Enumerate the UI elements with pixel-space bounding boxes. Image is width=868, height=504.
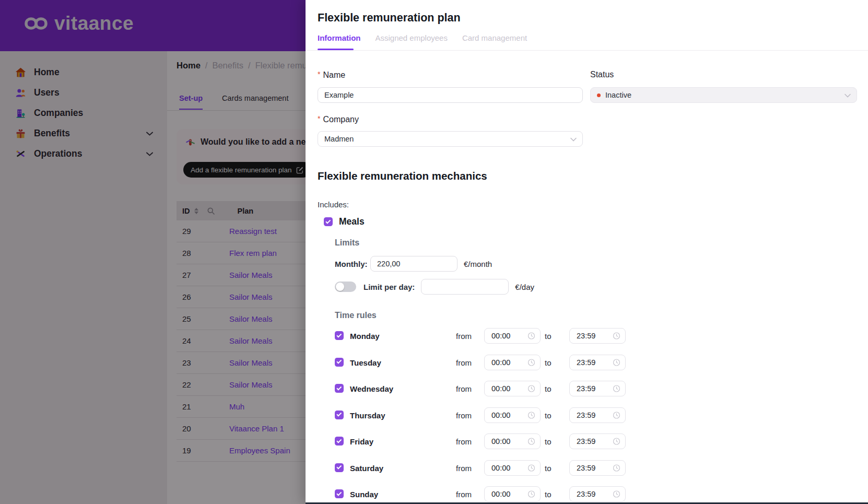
tab-information[interactable]: Information — [318, 33, 361, 42]
from-label: from — [456, 411, 472, 419]
clock-icon — [613, 438, 620, 446]
monthly-label: Monthly: — [335, 260, 370, 268]
check-icon — [325, 218, 330, 223]
clock-icon — [527, 438, 535, 446]
status-label: Status — [590, 70, 614, 79]
time-to-field[interactable] — [569, 460, 626, 476]
from-label: from — [456, 332, 472, 341]
from-label: from — [456, 384, 472, 393]
time-from-field[interactable] — [484, 355, 541, 370]
per-day-limit-input[interactable] — [428, 283, 502, 291]
time-to-input[interactable] — [577, 332, 611, 340]
time-to-input[interactable] — [577, 437, 611, 446]
company-label: Company — [318, 114, 359, 124]
time-rule-row: Thursdayfromto — [335, 407, 638, 423]
time-from-field[interactable] — [484, 381, 541, 396]
check-icon — [336, 385, 341, 390]
time-from-field[interactable] — [484, 433, 541, 449]
day-label: Saturday — [350, 463, 383, 472]
monthly-unit-label: €/month — [464, 260, 492, 268]
meals-checkbox[interactable] — [324, 217, 333, 226]
day-checkbox[interactable] — [335, 437, 344, 446]
time-from-input[interactable] — [491, 358, 525, 367]
per-day-limit-row: Limit per day: €/day — [335, 279, 534, 295]
time-from-input[interactable] — [491, 490, 525, 498]
to-label: to — [545, 490, 552, 499]
per-day-toggle[interactable] — [335, 282, 356, 292]
day-checkbox[interactable] — [335, 411, 344, 419]
day-checkbox[interactable] — [335, 384, 344, 393]
time-from-input[interactable] — [491, 332, 525, 340]
time-from-input[interactable] — [491, 384, 525, 393]
day-checkbox[interactable] — [335, 331, 344, 340]
monthly-limit-field[interactable] — [370, 256, 458, 272]
day-checkbox[interactable] — [335, 489, 344, 498]
clock-icon — [527, 332, 535, 340]
time-from-field[interactable] — [484, 460, 541, 476]
clock-icon — [527, 464, 535, 472]
time-to-input[interactable] — [577, 464, 611, 472]
day-checkbox[interactable] — [335, 358, 344, 367]
status-value: Inactive — [605, 91, 631, 99]
day-label: Sunday — [350, 490, 378, 499]
meals-label: Meals — [339, 216, 365, 227]
time-rule-row: Sundayfromto — [335, 486, 638, 502]
mechanics-heading: Flexible remuneration mechanics — [318, 170, 487, 182]
time-to-field[interactable] — [569, 328, 626, 344]
time-to-input[interactable] — [577, 384, 611, 393]
time-to-input[interactable] — [577, 411, 611, 419]
time-from-input[interactable] — [491, 464, 525, 472]
time-to-field[interactable] — [569, 433, 626, 449]
from-label: from — [456, 463, 472, 472]
clock-icon — [613, 385, 620, 393]
time-rule-row: Tuesdayfromto — [335, 355, 638, 370]
time-to-input[interactable] — [577, 490, 611, 498]
day-label: Monday — [350, 332, 380, 341]
company-select[interactable]: Madmen — [318, 131, 583, 147]
time-rule-row: Wednesdayfromto — [335, 381, 638, 396]
time-to-input[interactable] — [577, 358, 611, 367]
to-label: to — [545, 463, 552, 472]
tab-card-management[interactable]: Card management — [462, 33, 527, 42]
chevron-down-icon — [570, 134, 577, 144]
status-inactive-dot — [597, 93, 601, 97]
time-to-field[interactable] — [569, 355, 626, 370]
name-input[interactable] — [324, 91, 576, 99]
monthly-limit-row: Monthly: €/month — [335, 256, 492, 272]
name-field[interactable] — [318, 87, 583, 103]
chevron-down-icon — [844, 90, 851, 100]
tab-assigned-employees[interactable]: Assigned employees — [376, 33, 448, 42]
limits-heading: Limits — [335, 238, 359, 248]
active-tab-indicator — [318, 49, 354, 50]
time-rule-row: Fridayfromto — [335, 433, 638, 449]
time-from-input[interactable] — [491, 411, 525, 419]
time-from-field[interactable] — [484, 328, 541, 344]
clock-icon — [613, 411, 620, 419]
per-day-label: Limit per day: — [363, 283, 415, 291]
clock-icon — [613, 464, 620, 472]
time-to-field[interactable] — [569, 486, 626, 502]
time-rules-heading: Time rules — [335, 311, 377, 320]
toggle-knob — [336, 283, 344, 291]
clock-icon — [527, 358, 535, 366]
status-select[interactable]: Inactive — [590, 87, 857, 103]
time-from-field[interactable] — [484, 486, 541, 502]
day-checkbox[interactable] — [335, 463, 344, 472]
time-from-field[interactable] — [484, 407, 541, 423]
clock-icon — [527, 411, 535, 419]
time-to-field[interactable] — [569, 381, 626, 396]
screen: vitaance Home Users Companies — [0, 0, 868, 504]
monthly-limit-input[interactable] — [377, 260, 451, 268]
check-icon — [336, 412, 341, 416]
time-from-input[interactable] — [491, 437, 525, 446]
drawer-tabs: Information Assigned employees Card mana… — [318, 33, 527, 42]
time-to-field[interactable] — [569, 407, 626, 423]
per-day-limit-field[interactable] — [421, 279, 509, 295]
check-icon — [336, 359, 341, 364]
day-label: Friday — [350, 437, 373, 446]
to-label: to — [545, 411, 552, 419]
from-label: from — [456, 490, 472, 499]
to-label: to — [545, 384, 552, 393]
check-icon — [336, 464, 341, 469]
clock-icon — [613, 490, 620, 498]
